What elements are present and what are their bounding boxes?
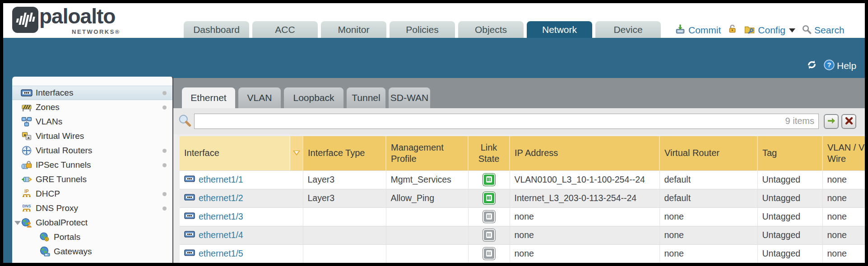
sidebar-item-zones[interactable]: Zones [12,100,172,115]
vlans-icon [20,116,32,127]
cell-ip-address: none [510,207,659,226]
cell-virtual-router: none [659,226,757,244]
zones-icon [20,102,32,113]
sidebar-item-gre-tunnels[interactable]: GRE Tunnels [12,172,172,187]
cell-management-profile: Mgmt_Services [386,170,468,189]
filter-input[interactable] [194,114,819,129]
status-dot [162,192,167,196]
lock-button[interactable] [727,24,738,37]
column-header-virtual-router[interactable]: Virtual Router [659,136,757,170]
sort-dropdown-icon[interactable] [289,136,302,170]
sidebar-item-dhcp[interactable]: IP DHCP [12,187,172,201]
brand-wordmark: paloalto [39,4,115,28]
interface-subtabs: Ethernet VLAN Loopback Tunnel SD-WAN [182,87,430,108]
cell-ip-address: none [510,226,659,244]
network-sidebar: Interfaces Zones VLANs Virtual Wires [12,77,174,263]
cell-vlan: none [822,170,865,189]
sidebar-item-dns-proxy[interactable]: DNS DNS Proxy [12,201,172,216]
portals-icon [38,232,51,243]
sidebar-item-virtual-routers[interactable]: Virtual Routers [12,143,172,158]
config-menu-button[interactable]: Config [744,24,795,37]
nic-icon [184,174,195,185]
subtab-ethernet[interactable]: Ethernet [182,87,235,108]
search-button[interactable]: Search [802,24,845,37]
commit-button[interactable]: Commit [675,24,721,37]
lock-icon [727,24,738,37]
brand-sub-wordmark: NETWORKS® [72,28,121,35]
column-header-vlan-virtual-wire[interactable]: VLAN / Virtual Wire [822,136,865,170]
interface-link[interactable]: ethernet1/5 [199,248,243,259]
sidebar-item-gateways[interactable]: Gateways [12,244,172,259]
table-row: ethernet1/5 none none Untagged none [180,244,865,263]
cell-interface-type: Layer3 [303,170,386,189]
table-row: ethernet1/4 none none Untagged none [180,226,865,244]
tab-monitor[interactable]: Monitor [321,21,386,38]
interface-link[interactable]: ethernet1/3 [199,211,243,222]
apply-filter-button[interactable] [824,114,839,129]
cell-interface-type [303,244,386,263]
go-arrow-icon [826,115,837,128]
sidebar-item-virtual-wires[interactable]: Virtual Wires [12,129,172,143]
interface-link[interactable]: ethernet1/1 [199,174,243,185]
sidebar-item-vlans[interactable]: VLANs [12,115,172,129]
nic-icon [20,87,32,98]
sidebar-item-globalprotect[interactable]: GlobalProtect [12,216,172,230]
dhcp-icon: IP [20,188,32,199]
sidebar-item-portals[interactable]: Portals [12,230,172,244]
column-header-ip-address[interactable]: IP Address [510,136,659,170]
link-down-icon [483,248,495,260]
table-row: ethernet1/3 none none Untagged none [180,207,865,226]
app-window: paloalto NETWORKS® Dashboard ACC Monitor… [0,0,868,266]
tab-network[interactable]: Network [527,21,592,38]
column-header-link-state[interactable]: Link State [468,136,510,170]
subtab-loopback[interactable]: Loopback [284,87,343,108]
nic-icon [184,230,195,240]
sidebar-item-label: IPSec Tunnels [36,160,91,170]
gateways-icon [38,246,51,257]
sidebar-item-label: GRE Tunnels [36,174,87,184]
sidebar-item-label: Virtual Routers [36,146,92,156]
column-header-management-profile[interactable]: Management Profile [386,136,468,170]
interface-link[interactable]: ethernet1/4 [199,230,243,240]
column-header-tag[interactable]: Tag [757,136,822,170]
link-down-icon [483,211,495,223]
dns-proxy-icon: DNS [20,203,32,214]
sidebar-item-interfaces[interactable]: Interfaces [12,86,172,100]
help-icon: ? [823,59,835,73]
nic-icon [184,248,195,259]
config-label: Config [758,25,785,36]
subtab-sdwan[interactable]: SD-WAN [389,87,430,108]
clear-filter-button[interactable] [841,114,856,129]
nic-icon [184,211,195,222]
refresh-icon[interactable] [806,59,818,73]
cell-ip-address: VLAN0100_L3_10-1-100-254--24 [510,170,659,189]
column-header-interface-type[interactable]: Interface Type [303,136,386,170]
cell-virtual-router: default [659,189,757,207]
cell-interface-type: Layer3 [303,189,386,207]
cell-management-profile [386,226,468,244]
cell-tag: Untagged [757,226,822,244]
sidebar-item-ipsec-tunnels[interactable]: IPSec Tunnels [12,158,172,172]
tab-acc[interactable]: ACC [252,21,318,38]
tab-objects[interactable]: Objects [458,21,524,38]
table-row: ethernet1/1 Layer3 Mgmt_Services VLAN010… [180,170,865,189]
sidebar-item-label: Portals [54,232,80,242]
tab-dashboard[interactable]: Dashboard [184,21,249,38]
context-band: ? Help [3,38,865,78]
tab-policies[interactable]: Policies [390,21,455,38]
main-nav: Dashboard ACC Monitor Policies Objects N… [184,21,661,38]
cell-virtual-router: none [659,207,757,226]
virtual-routers-icon [20,145,32,156]
expand-collapse-icon[interactable] [14,221,21,225]
help-button[interactable]: ? Help [823,59,856,73]
interface-link[interactable]: ethernet1/2 [199,193,243,203]
subtab-vlan[interactable]: VLAN [238,87,281,108]
status-dot [162,149,167,153]
subtab-tunnel[interactable]: Tunnel [347,87,385,108]
sidebar-item-label: DHCP [36,189,60,199]
tab-device[interactable]: Device [595,21,661,38]
sidebar-item-label: Zones [36,102,60,112]
cell-vlan: none [822,244,865,263]
cell-tag: Untagged [757,189,822,207]
column-header-interface[interactable]: Interface [180,136,303,170]
